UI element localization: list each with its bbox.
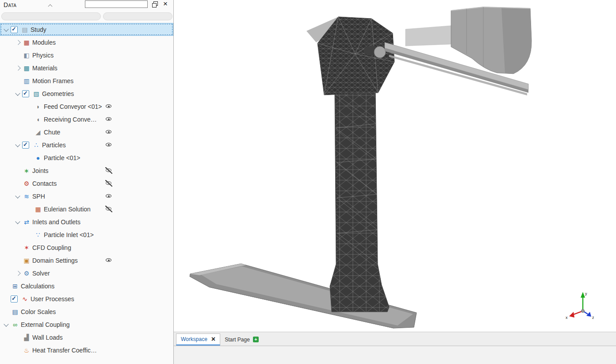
tree-item-particles[interactable]: ∴Particles xyxy=(0,138,173,151)
tree-item-label: Heat Transfer Coeffic… xyxy=(31,347,97,354)
tree-item-user-processes[interactable]: ∿User Processes xyxy=(0,292,173,305)
tree-item-calculations[interactable]: ⊞Calculations xyxy=(0,280,173,292)
eye-visible-icon[interactable] xyxy=(105,129,112,135)
tree-item-label: User Processes xyxy=(29,295,74,303)
main-area: y x z Workspace Start Page xyxy=(174,0,616,364)
tree-item-label: Feed Conveyor <01> xyxy=(42,103,102,110)
viewport-3d[interactable]: y x z xyxy=(174,0,616,332)
tree-search-input[interactable] xyxy=(85,0,148,8)
visibility-checkbox[interactable] xyxy=(22,90,29,97)
data-panel: Data ▤Study▦Modules◧Physics▩Materials▥Mo… xyxy=(0,0,174,364)
tree-item-physics[interactable]: ◧Physics xyxy=(0,49,173,61)
tree-item-receiving-conve[interactable]: ◖Receiving Conve… xyxy=(0,113,173,126)
chevron-down-icon[interactable] xyxy=(14,142,22,149)
visibility-checkbox[interactable] xyxy=(22,142,29,149)
color-scales-icon: ▤ xyxy=(11,309,19,315)
tree-item-domain-settings[interactable]: ▣Domain Settings xyxy=(0,254,173,267)
tree-item-particle-01[interactable]: ●Particle <01> xyxy=(0,151,173,164)
tree-item-joints[interactable]: ∗Joints xyxy=(0,164,173,177)
eye-visible-icon[interactable] xyxy=(105,257,112,264)
tree-item-label: Physics xyxy=(31,52,54,59)
tree-item-label: Calculations xyxy=(19,283,54,290)
tab-start-page[interactable]: Start Page xyxy=(220,333,263,345)
tree-item-chute[interactable]: ◢Chute xyxy=(0,126,173,138)
chevron-down-icon[interactable] xyxy=(14,193,22,200)
tree-item-geometries[interactable]: ▧Geometries xyxy=(0,87,173,100)
restore-window-icon[interactable] xyxy=(152,2,158,8)
tree-item-cfd-coupling[interactable]: ✶CFD Coupling xyxy=(0,241,173,254)
tree-item-label: Modules xyxy=(31,39,56,46)
tree-item-label: Contacts xyxy=(31,180,57,187)
tree-item-particle-inlet-01[interactable]: ∵Particle Inlet <01> xyxy=(0,228,173,241)
chevron-spacer xyxy=(26,231,34,238)
chevron-right-icon[interactable] xyxy=(14,39,22,46)
feeder-plate xyxy=(406,26,451,46)
head-guard-geometry xyxy=(451,7,532,74)
tree-item-external-coupling[interactable]: ∞External Coupling xyxy=(0,318,173,331)
eye-visible-icon[interactable] xyxy=(105,103,112,110)
chevron-spacer xyxy=(14,347,22,354)
eye-hidden-icon[interactable] xyxy=(105,206,112,212)
tree-item-eulerian-solution[interactable]: ▦Eulerian Solution xyxy=(0,203,173,215)
tab-close-icon[interactable] xyxy=(211,336,215,343)
tree-item-color-scales[interactable]: ▤Color Scales xyxy=(0,305,173,318)
tree-item-sph[interactable]: ≋SPH xyxy=(0,190,173,203)
axis-x-label: x xyxy=(566,315,568,320)
chevron-down-icon[interactable] xyxy=(14,218,22,226)
eulerian-solution-icon: ▦ xyxy=(34,206,42,212)
domain-settings-icon: ▣ xyxy=(22,257,31,264)
eye-hidden-icon[interactable] xyxy=(105,167,112,174)
start-page-plus-icon[interactable] xyxy=(253,337,259,342)
eye-visible-icon[interactable] xyxy=(105,142,112,148)
tree-item-contacts[interactable]: ⚙Contacts xyxy=(0,177,173,190)
panel-title: Data xyxy=(4,1,16,8)
close-panel-icon[interactable] xyxy=(163,0,168,8)
head-pulley xyxy=(374,46,386,58)
tree-item-heat-transfer-coeffic[interactable]: ♨Heat Transfer Coeffic… xyxy=(0,344,173,356)
chevron-down-icon[interactable] xyxy=(3,26,11,33)
contacts-icon: ⚙ xyxy=(22,180,31,187)
tree-item-label: Chute xyxy=(42,129,60,136)
chevron-spacer xyxy=(14,257,22,264)
tree-item-modules[interactable]: ▦Modules xyxy=(0,36,173,49)
tab-workspace[interactable]: Workspace xyxy=(176,333,220,345)
eye-visible-icon[interactable] xyxy=(105,116,112,123)
eye-hidden-icon[interactable] xyxy=(105,180,112,187)
chevron-right-icon[interactable] xyxy=(14,65,22,72)
eye-visible-icon[interactable] xyxy=(105,193,112,199)
tree-item-feed-conveyor-01[interactable]: ◗Feed Conveyor <01> xyxy=(0,100,173,113)
particle-inlet-icon: ∵ xyxy=(34,232,42,238)
chute-icon: ◢ xyxy=(34,129,42,135)
visibility-checkbox[interactable] xyxy=(11,295,18,303)
chevron-right-icon[interactable] xyxy=(14,270,22,277)
chevron-spacer xyxy=(14,334,22,341)
tree-item-materials[interactable]: ▩Materials xyxy=(0,61,173,74)
receiving-conveyor-icon: ◖ xyxy=(34,116,42,123)
header-scrollbar-left[interactable] xyxy=(1,12,101,20)
chevron-down-icon[interactable] xyxy=(14,90,22,97)
tree-item-label: CFD Coupling xyxy=(31,244,71,251)
viewport-scene: y x z xyxy=(174,0,616,332)
user-processes-icon: ∿ xyxy=(20,296,29,302)
collapse-panel-icon[interactable] xyxy=(48,4,53,8)
status-strip xyxy=(174,346,616,364)
inlets-outlets-icon: ⇄ xyxy=(22,219,31,225)
tree-item-label: Eulerian Solution xyxy=(42,206,91,213)
chevron-down-icon[interactable] xyxy=(3,321,11,328)
tree-item-label: SPH xyxy=(31,193,45,200)
tree-item-label: Particles xyxy=(41,142,66,149)
particle-icon: ● xyxy=(34,155,42,161)
axis-triad: y x z xyxy=(566,291,594,320)
solver-icon: ⚙ xyxy=(22,270,31,276)
physics-icon: ◧ xyxy=(22,52,31,58)
tree-item-study[interactable]: ▤Study xyxy=(0,23,173,36)
visibility-checkbox[interactable] xyxy=(11,26,18,33)
tree-item-inlets-and-outlets[interactable]: ⇄Inlets and Outlets xyxy=(0,215,173,228)
chevron-spacer xyxy=(14,52,22,59)
tree-item-motion-frames[interactable]: ▥Motion Frames xyxy=(0,74,173,87)
tree-item-solver[interactable]: ⚙Solver xyxy=(0,267,173,280)
chevron-spacer xyxy=(26,154,34,161)
header-scrollbar-right[interactable] xyxy=(103,12,172,20)
feed-conveyor-icon: ◗ xyxy=(34,103,42,110)
tree-item-wall-loads[interactable]: ▟Wall Loads xyxy=(0,331,173,344)
